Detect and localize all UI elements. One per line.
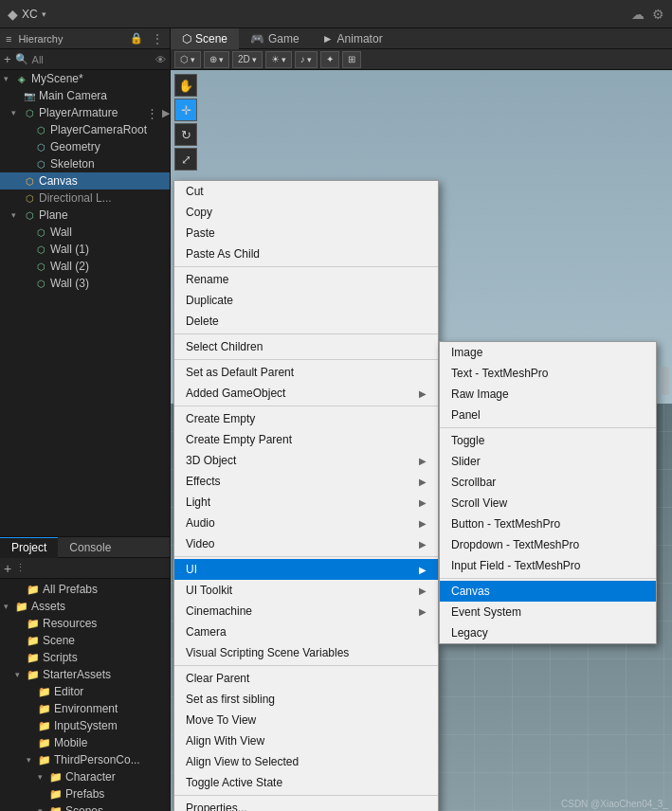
sub-toggle[interactable]: Toggle [440, 430, 656, 451]
ctx-separator2 [174, 333, 438, 334]
ctx-set-first-sibling[interactable]: Set as first sibling [174, 689, 438, 710]
ctx-separator6 [174, 665, 438, 666]
ctx-clear-parent[interactable]: Clear Parent [174, 668, 438, 689]
ctx-properties[interactable]: Properties... [174, 798, 438, 811]
ctx-create-empty-parent[interactable]: Create Empty Parent [174, 429, 438, 450]
ctx-duplicate[interactable]: Duplicate [174, 290, 438, 311]
sub-button-textmeshpro[interactable]: Button - TextMeshPro [440, 514, 656, 534]
sub-image[interactable]: Image [440, 342, 656, 363]
ctx-separator7 [174, 795, 438, 796]
submenu-arrow: ▶ [419, 586, 427, 596]
ctx-separator3 [174, 359, 438, 360]
ctx-ui-toolkit[interactable]: UI Toolkit ▶ [174, 580, 438, 601]
ctx-align-with-view[interactable]: Align With View [174, 730, 438, 751]
ctx-video[interactable]: Video ▶ [174, 533, 438, 554]
ctx-rename[interactable]: Rename [174, 269, 438, 290]
ctx-cinemachine[interactable]: Cinemachine ▶ [174, 601, 438, 622]
context-menu-overlay: Cut Copy Paste Paste As Child Rename Dup… [0, 0, 672, 811]
ctx-visual-scripting[interactable]: Visual Scripting Scene Variables [174, 642, 438, 663]
submenu-arrow: ▶ [419, 606, 427, 617]
submenu-arrow: ▶ [419, 456, 427, 466]
ui-submenu: Image Text - TextMeshPro Raw Image Panel… [439, 341, 657, 644]
sub-dropdown-textmeshpro[interactable]: Dropdown - TextMeshPro [440, 534, 656, 555]
submenu-arrow: ▶ [419, 388, 427, 399]
ctx-separator [174, 266, 438, 267]
ctx-added-gameobject[interactable]: Added GameObject ▶ [174, 383, 438, 404]
ctx-camera[interactable]: Camera [174, 622, 438, 642]
ctx-align-view-to-selected[interactable]: Align View to Selected [174, 751, 438, 772]
ctx-paste[interactable]: Paste [174, 223, 438, 243]
sub-raw-image[interactable]: Raw Image [440, 384, 656, 405]
submenu-arrow: ▶ [419, 539, 427, 550]
context-menu: Cut Copy Paste Paste As Child Rename Dup… [173, 180, 439, 811]
sub-canvas[interactable]: Canvas [440, 581, 656, 602]
sub-scroll-view[interactable]: Scroll View [440, 493, 656, 514]
ctx-separator4 [174, 406, 438, 406]
sub-slider[interactable]: Slider [440, 451, 656, 472]
ctx-select-children[interactable]: Select Children [174, 336, 438, 357]
ctx-copy[interactable]: Copy [174, 202, 438, 223]
sub-event-system[interactable]: Event System [440, 602, 656, 622]
submenu-arrow: ▶ [419, 497, 427, 508]
ctx-effects[interactable]: Effects ▶ [174, 471, 438, 492]
ctx-toggle-active[interactable]: Toggle Active State [174, 772, 438, 793]
ctx-3d-object[interactable]: 3D Object ▶ [174, 450, 438, 471]
ctx-move-to-view[interactable]: Move To View [174, 710, 438, 730]
sub-legacy[interactable]: Legacy [440, 622, 656, 643]
sub-scrollbar[interactable]: Scrollbar [440, 472, 656, 493]
sub-panel[interactable]: Panel [440, 405, 656, 425]
submenu-arrow: ▶ [419, 477, 427, 487]
ctx-light[interactable]: Light ▶ [174, 492, 438, 513]
sub-separator2 [440, 578, 656, 579]
ctx-separator5 [174, 556, 438, 557]
submenu-arrow: ▶ [419, 565, 427, 575]
sub-separator1 [440, 427, 656, 428]
sub-text-textmeshpro[interactable]: Text - TextMeshPro [440, 363, 656, 384]
ctx-audio[interactable]: Audio ▶ [174, 513, 438, 533]
ctx-delete[interactable]: Delete [174, 311, 438, 332]
submenu-arrow: ▶ [419, 518, 427, 529]
ctx-paste-as-child[interactable]: Paste As Child [174, 243, 438, 264]
sub-inputfield-textmeshpro[interactable]: Input Field - TextMeshPro [440, 555, 656, 576]
ctx-create-empty[interactable]: Create Empty [174, 408, 438, 429]
ctx-cut[interactable]: Cut [174, 181, 438, 202]
ctx-set-default-parent[interactable]: Set as Default Parent [174, 362, 438, 383]
ctx-ui[interactable]: UI ▶ [174, 559, 438, 580]
